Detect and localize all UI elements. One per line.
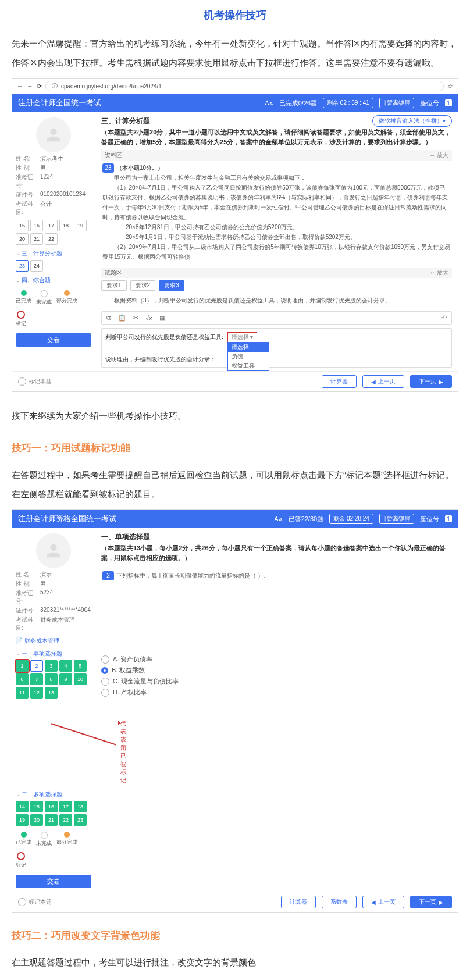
dropdown-menu: 请选择 负债 权益工具: [227, 342, 269, 371]
requirement-tab[interactable]: 要求1: [101, 280, 127, 291]
star-icon[interactable]: ☆: [447, 83, 453, 90]
seat-number: 1: [445, 99, 452, 106]
dropdown-option[interactable]: 权益工具: [228, 361, 269, 370]
dropdown-option[interactable]: 请选择: [228, 343, 269, 352]
answer-zone-label: 试题区: [105, 269, 122, 277]
tip-1-body: 在答题过程中，如果考生需要提醒自己稍后返回检查当前试题，可以用鼠标点击最下方“标…: [12, 465, 458, 504]
next-button[interactable]: 下一页 ▶: [410, 375, 452, 388]
option-c[interactable]: C. 现金流量与负债比率: [101, 677, 452, 686]
question-panel: 微软拼音输入法（全拼）▾ 三、计算分析题 （本题型共2小题20分，其中一道小题可…: [95, 112, 458, 371]
url-text: cpademo.joytest.org/demo/t/cpa2024/1: [61, 83, 162, 90]
browser-chrome: ← → ⟳ ⓘ cpademo.joytest.org/demo/t/cpa20…: [12, 79, 458, 94]
seat-label: 座位号: [420, 99, 439, 108]
editor-toolbar: ⧉ 📋 ✂ √x ▦ ↶: [101, 311, 452, 325]
qnav-marked[interactable]: 1: [16, 660, 29, 672]
nav-back-icon[interactable]: ←: [17, 83, 23, 90]
paragraph: 接下来继续为大家介绍一些机考操作小技巧。: [12, 406, 458, 425]
intro-paragraph: 先来一个温馨提醒：官方给出的机考练习系统，今年有一处新变化，针对主观题。当作答区…: [12, 34, 458, 72]
ime-selector[interactable]: 微软拼音输入法（全拼）▾: [372, 115, 452, 127]
lock-screen-button[interactable]: ‖暂离锁屏: [379, 98, 414, 108]
chevron-down-icon[interactable]: ⌄: [16, 251, 20, 256]
submit-button[interactable]: 交卷: [16, 333, 91, 347]
tip-2-title: 技巧二：巧用改变文字背景色功能: [12, 929, 458, 942]
answer-dropdown[interactable]: 请选择 ▾ 请选择 负债 权益工具: [227, 332, 258, 343]
copy-icon[interactable]: ⧉: [106, 314, 111, 322]
timer: 剩余 02 : 59 : 41: [323, 98, 373, 108]
qnav-item[interactable]: 15: [16, 220, 29, 231]
tip-1-title: 技巧一：巧用试题标记功能: [12, 441, 458, 455]
exam-header: 注册会计师全国统一考试 Aᴀ 已完成0/26题 剩余 02 : 59 : 41 …: [12, 94, 458, 112]
prev-button[interactable]: ◀ 上一页: [362, 375, 404, 388]
expand-button[interactable]: ↔ 放大: [429, 151, 448, 159]
requirement-tab-active[interactable]: 要求3: [159, 280, 184, 291]
tip-2-body-1: 在主观题答题过程中，考生可以进行批注，改变文字的背景颜色: [12, 953, 458, 972]
option-a[interactable]: A. 资产负债率: [101, 655, 452, 664]
option-d[interactable]: D. 产权比率: [101, 688, 452, 697]
info-icon: ⓘ: [52, 82, 58, 90]
reload-icon[interactable]: ⟳: [37, 83, 42, 90]
sidebar: 姓 名:演示考生 性 别:男 准考证号:1234 证件号:01020200101…: [12, 112, 95, 371]
article-title: 机考操作技巧: [12, 8, 458, 22]
font-size-icon[interactable]: Aᴀ: [265, 99, 273, 107]
question-instructions: （本题型共2小题20分，其中一道小题可以选用中文或英文解答，请仔细阅读答题要求，…: [101, 127, 452, 147]
avatar: [36, 117, 71, 152]
cut-icon[interactable]: ✂: [133, 314, 138, 322]
nav-fwd-icon[interactable]: →: [27, 83, 33, 90]
screenshot-2: 注册会计师资格全国统一考试 Aᴀ 已答22/30题 剩余 02:28:24 ‖暂…: [12, 509, 458, 913]
table-icon[interactable]: ▦: [159, 314, 165, 322]
mark-question-toggle[interactable]: 标记本题: [18, 898, 52, 906]
requirement-text: 根据资料（3），判断甲公司发行的优先股是负债还是权益工具，说明理由，并编制发行优…: [101, 293, 452, 308]
requirement-tab[interactable]: 要求2: [130, 280, 156, 291]
paste-icon[interactable]: 📋: [118, 314, 126, 322]
progress-text: 已完成0/26题: [279, 99, 317, 108]
question-number-badge: 23: [102, 163, 114, 173]
legend: 已完成 未完成 部分完成 标记: [16, 290, 91, 327]
screenshot-1: ← → ⟳ ⓘ cpademo.joytest.org/demo/t/cpa20…: [12, 78, 458, 392]
exam-title: 注册会计师全国统一考试: [18, 98, 101, 108]
undo-icon[interactable]: ↶: [441, 314, 447, 322]
mark-question-toggle[interactable]: 标记本题: [18, 377, 52, 386]
tip-2-body-2: 用鼠标在资料区选中文字（包括数字、符号、算式、会计分录等）后，再用鼠标点击如下图…: [12, 978, 458, 980]
formula-icon[interactable]: √x: [145, 315, 152, 322]
dropdown-option[interactable]: 负债: [228, 352, 269, 361]
qnav-current[interactable]: 23: [16, 260, 29, 272]
subject-tag: 📄 财务成本管理: [16, 637, 91, 645]
option-b[interactable]: B. 权益乘数: [101, 666, 452, 675]
material-zone-label: 资料区: [105, 151, 122, 159]
answer-textarea[interactable]: 判断甲公司发行的优先股是负债还是权益工具: 请选择 ▾ 请选择 负债 权益工具 …: [101, 328, 452, 368]
url-bar[interactable]: ⓘ cpademo.joytest.org/demo/t/cpa2024/1: [45, 81, 444, 91]
calculator-button[interactable]: 计算器: [322, 375, 357, 388]
footer-bar: 标记本题 计算器 ◀ 上一页 下一页 ▶: [12, 371, 458, 391]
